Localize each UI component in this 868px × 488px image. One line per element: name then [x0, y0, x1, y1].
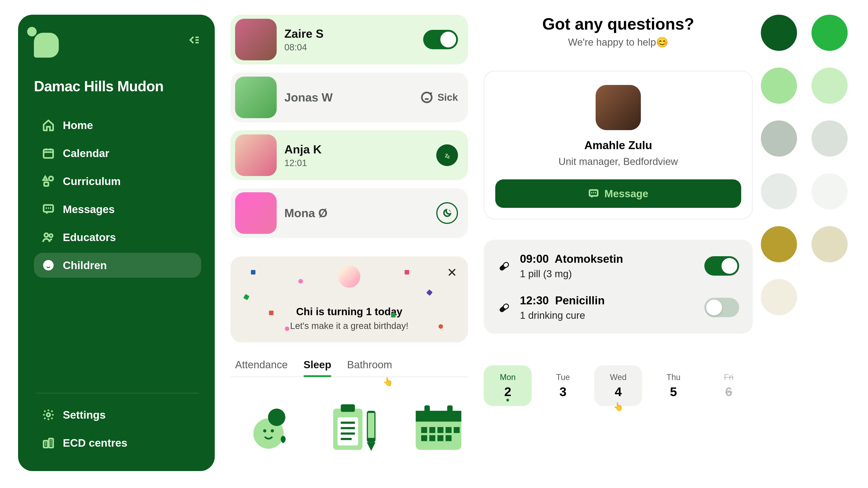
swatch: [761, 68, 797, 104]
gear-icon: [42, 409, 55, 421]
swatch: [761, 121, 797, 157]
calendar-illustration-icon: [411, 401, 466, 455]
svg-rect-31: [421, 435, 427, 441]
medication-title: 09:00 Atomoksetin: [520, 252, 695, 265]
children-column: Zaire S 08:04 Jonas W Sick Anja K 12:01 …: [230, 15, 468, 472]
message-button[interactable]: Message: [495, 180, 741, 208]
week-picker: Mon 2 Tue 3 Wed 4 👆 Thu 5 Fri 6: [484, 365, 753, 406]
child-avatar: [235, 76, 277, 118]
questions-subtitle: We're happy to help😊: [484, 36, 753, 48]
clipboard-pencil-icon: [328, 401, 382, 455]
nav-label: Curriculum: [63, 175, 121, 188]
swatch: [761, 173, 797, 209]
sick-badge: Sick: [420, 91, 458, 104]
divider: [36, 393, 199, 393]
medication-toggle[interactable]: [704, 298, 739, 317]
swatch: [761, 279, 797, 315]
nav-settings[interactable]: Settings: [34, 402, 201, 427]
swatch: [811, 173, 848, 209]
medication-dose: 1 pill (3 mg): [520, 268, 695, 280]
svg-point-14: [268, 409, 285, 426]
contact-name: Amahle Zulu: [584, 139, 652, 152]
svg-rect-29: [445, 427, 452, 433]
child-row[interactable]: Mona Ø: [230, 188, 468, 238]
nav-curriculum[interactable]: Curriculum: [34, 169, 201, 194]
contact-card: Amahle Zulu Unit manager, Bedfordview Me…: [484, 71, 753, 219]
svg-rect-0: [43, 150, 53, 158]
pill-icon: [497, 259, 511, 273]
medication-title: 12:30 Penicillin: [520, 294, 695, 307]
swatch: [761, 15, 797, 51]
svg-point-15: [263, 429, 266, 432]
svg-point-8: [49, 263, 51, 265]
night-badge[interactable]: [436, 202, 458, 224]
activity-tabs: Attendance Sleep Bathroom 👆: [230, 353, 468, 377]
nav-calendar[interactable]: Calendar: [34, 141, 201, 166]
medication-row: 09:00 Atomoksetin 1 pill (3 mg): [497, 252, 739, 280]
child-face-icon: [42, 259, 55, 271]
attendance-toggle[interactable]: [423, 30, 458, 49]
child-time: 08:04: [284, 42, 415, 53]
swatch: [811, 226, 848, 262]
day-thu[interactable]: Thu 5: [649, 365, 698, 406]
sick-face-icon: [420, 91, 433, 104]
sidebar: Damac Hills Mudon Home Calendar Curricul…: [18, 15, 215, 471]
child-avatar: [235, 134, 277, 176]
child-name: Zaire S: [284, 27, 415, 40]
medication-row: 12:30 Penicillin 1 drinking cure: [497, 294, 739, 321]
nav-ecd-centres[interactable]: ECD centres: [34, 430, 201, 455]
nav-label: ECD centres: [63, 437, 127, 449]
nav-label: Home: [63, 119, 93, 131]
child-avatar: [235, 19, 277, 60]
day-fri: Fri 6: [705, 365, 753, 406]
svg-rect-24: [425, 405, 430, 414]
nav-label: Calendar: [63, 147, 109, 160]
svg-point-5: [50, 234, 53, 237]
collapse-sidebar-button[interactable]: [187, 33, 201, 47]
birthday-banner: ✕ Chi is turning 1 today Let's make it a…: [230, 256, 468, 342]
questions-header: Got any questions? We're happy to help😊: [484, 15, 753, 48]
day-wed[interactable]: Wed 4 👆: [594, 365, 642, 406]
svg-rect-27: [429, 427, 435, 433]
child-row[interactable]: Zaire S 08:04: [230, 15, 468, 64]
org-name: Damac Hills Mudon: [34, 78, 201, 95]
svg-rect-2: [44, 182, 49, 186]
calendar-icon: [42, 147, 55, 160]
buildings-icon: [42, 436, 55, 449]
swatch: [811, 68, 848, 104]
close-icon[interactable]: ✕: [447, 265, 457, 280]
child-row[interactable]: Anja K 12:01 zz: [230, 130, 468, 180]
birthday-subtitle: Let's make it a great birthday!: [290, 321, 408, 331]
child-time: 12:01: [284, 158, 429, 168]
medication-toggle[interactable]: [704, 256, 739, 275]
moon-icon: [442, 208, 452, 218]
sleep-badge: zz: [436, 144, 458, 166]
child-row[interactable]: Jonas W Sick: [230, 72, 468, 122]
footer-nav: Settings ECD centres: [34, 402, 201, 455]
day-tue[interactable]: Tue 3: [539, 365, 587, 406]
svg-rect-34: [445, 435, 452, 441]
swatch: [811, 279, 848, 315]
day-mon[interactable]: Mon 2: [484, 365, 532, 406]
child-name: Jonas W: [284, 91, 412, 104]
nav-children[interactable]: Children: [34, 253, 201, 278]
tab-sleep[interactable]: Sleep: [304, 359, 331, 377]
svg-rect-21: [368, 413, 375, 438]
svg-rect-18: [341, 404, 355, 412]
pill-icon: [497, 301, 511, 314]
child-avatar: [235, 192, 277, 234]
svg-rect-10: [43, 441, 48, 448]
nav-educators[interactable]: Educators: [34, 225, 201, 250]
nav-messages[interactable]: Messages: [34, 197, 201, 222]
svg-rect-33: [437, 435, 443, 441]
cursor-icon: 👆: [383, 377, 393, 387]
tab-bathroom[interactable]: Bathroom 👆: [347, 359, 392, 377]
tab-attendance[interactable]: Attendance: [235, 359, 288, 377]
chat-icon: [42, 203, 55, 216]
birthday-title: Chi is turning 1 today: [296, 305, 402, 318]
home-icon: [42, 119, 55, 131]
contact-role: Unit manager, Bedfordview: [559, 156, 678, 167]
nav-label: Messages: [63, 203, 115, 216]
svg-point-7: [46, 263, 48, 265]
nav-home[interactable]: Home: [34, 113, 201, 138]
